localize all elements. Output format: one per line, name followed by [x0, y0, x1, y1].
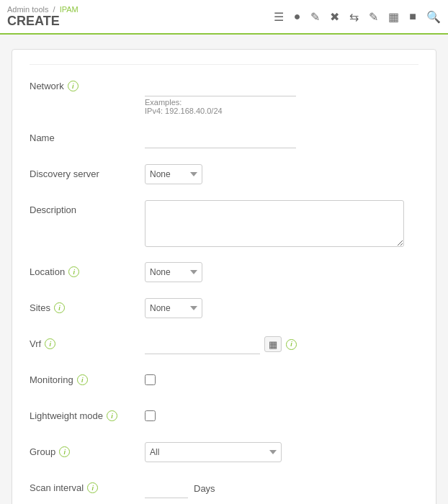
lightweight-mode-label: Lightweight mode i	[30, 406, 145, 421]
page-title: CREATE	[7, 14, 79, 29]
scan-interval-input[interactable]	[145, 478, 188, 498]
sites-select[interactable]: None	[145, 298, 202, 318]
monitoring-checkbox[interactable]	[145, 374, 156, 385]
monitoring-label: Monitoring i	[30, 370, 145, 385]
network-control: Examples: IPv4: 192.168.40.0/24	[145, 76, 418, 115]
network-input[interactable]	[145, 76, 296, 96]
group-label: Group i	[30, 442, 145, 457]
sites-label: Sites i	[30, 298, 145, 313]
form-card: Network i Examples: IPv4: 192.168.40.0/2…	[12, 49, 436, 504]
monitoring-row: Monitoring i	[30, 370, 418, 393]
lightweight-mode-row: Lightweight mode i	[30, 406, 418, 429]
location-select[interactable]: None	[145, 262, 202, 282]
description-label: Description	[30, 200, 145, 215]
group-select[interactable]: All	[145, 442, 282, 462]
toolbar-icons: ☰ ● ✎ ✖ ⇆ ✎ ▦ ■ 🔍	[274, 10, 441, 24]
vrf-input-row: ▦ i	[145, 334, 418, 354]
arrows-icon[interactable]: ⇆	[349, 10, 359, 24]
sites-control: None	[145, 298, 418, 318]
breadcrumb-admin: Admin tools	[7, 5, 48, 14]
group-control: All	[145, 442, 418, 462]
network-row: Network i Examples: IPv4: 192.168.40.0/2…	[30, 76, 418, 115]
lightweight-mode-info-icon[interactable]: i	[107, 410, 117, 421]
breadcrumb: Admin tools / IPAM	[7, 5, 79, 14]
group-row: Group i All	[30, 442, 418, 465]
scan-interval-unit: Days	[194, 483, 215, 494]
network-examples-label: Examples:	[145, 98, 418, 107]
vrf-label: Vrf i	[30, 334, 145, 349]
discovery-server-label: Discovery server	[30, 164, 145, 179]
vrf-info-icon[interactable]: i	[45, 338, 55, 349]
location-info-icon[interactable]: i	[68, 266, 79, 277]
vrf-control: ▦ i	[145, 334, 418, 354]
title-section: Admin tools / IPAM CREATE	[7, 5, 79, 29]
list-icon[interactable]: ☰	[274, 10, 284, 24]
monitoring-control	[145, 370, 418, 387]
pin-icon[interactable]: ●	[294, 10, 301, 23]
description-row: Description	[30, 200, 418, 249]
network-info-icon[interactable]: i	[68, 81, 79, 91]
network-examples-value: IPv4: 192.168.40.0/24	[145, 107, 418, 115]
table-icon[interactable]: ■	[409, 10, 416, 23]
lightweight-mode-checkbox[interactable]	[145, 410, 156, 421]
scan-interval-row: Scan interval i Days	[30, 478, 418, 501]
discovery-server-select[interactable]: None	[145, 164, 202, 184]
top-bar: Admin tools / IPAM CREATE ☰ ● ✎ ✖ ⇆ ✎ ▦ …	[0, 0, 448, 35]
cut-icon[interactable]: ✖	[330, 10, 339, 24]
network-icon[interactable]: ▦	[388, 10, 399, 24]
scan-interval-label: Scan interval i	[30, 478, 145, 493]
pen-icon[interactable]: ✎	[369, 10, 378, 24]
location-label: Location i	[30, 262, 145, 277]
main-content: Network i Examples: IPv4: 192.168.40.0/2…	[0, 35, 448, 504]
top-divider	[30, 64, 418, 65]
name-control	[145, 128, 418, 148]
name-label: Name	[30, 128, 145, 143]
scan-interval-control: Days	[145, 478, 418, 498]
group-info-icon[interactable]: i	[59, 446, 70, 457]
vrf-input[interactable]	[145, 334, 260, 354]
network-label: Network i	[30, 76, 145, 91]
sites-info-icon[interactable]: i	[54, 302, 65, 313]
name-row: Name	[30, 128, 418, 151]
breadcrumb-ipam[interactable]: IPAM	[60, 5, 79, 14]
search-icon[interactable]: 🔍	[426, 10, 441, 24]
discovery-server-row: Discovery server None	[30, 164, 418, 187]
monitoring-info-icon[interactable]: i	[77, 374, 88, 385]
location-row: Location i None	[30, 262, 418, 285]
scan-interval-input-row: Days	[145, 478, 418, 498]
edit-icon[interactable]: ✎	[310, 10, 320, 24]
description-textarea[interactable]	[145, 200, 404, 247]
name-input[interactable]	[145, 128, 296, 148]
vrf-row: Vrf i ▦ i	[30, 334, 418, 357]
breadcrumb-sep: /	[53, 5, 55, 14]
lightweight-mode-control	[145, 406, 418, 423]
vrf-icon-button[interactable]: ▦	[264, 336, 282, 352]
scan-interval-info-icon[interactable]: i	[87, 482, 98, 493]
location-control: None	[145, 262, 418, 282]
vrf-extra-info-icon[interactable]: i	[286, 339, 297, 350]
sites-row: Sites i None	[30, 298, 418, 321]
discovery-server-control: None	[145, 164, 418, 184]
description-control	[145, 200, 418, 249]
